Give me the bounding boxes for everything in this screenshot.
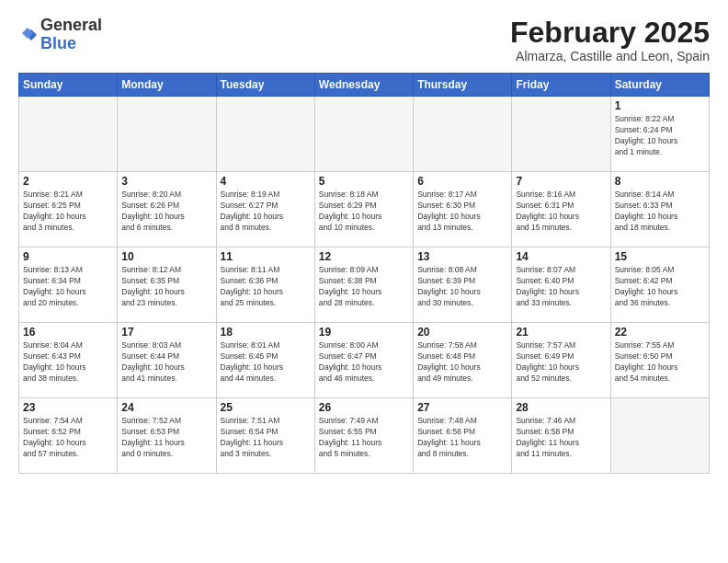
day-info: Sunrise: 7:55 AM Sunset: 6:50 PM Dayligh…	[615, 340, 705, 385]
day-number: 10	[121, 250, 211, 263]
calendar-week-2: 2Sunrise: 8:21 AM Sunset: 6:25 PM Daylig…	[19, 172, 710, 247]
calendar-cell: 4Sunrise: 8:19 AM Sunset: 6:27 PM Daylig…	[216, 172, 314, 247]
calendar-cell: 13Sunrise: 8:08 AM Sunset: 6:39 PM Dayli…	[414, 247, 512, 323]
calendar-cell	[512, 97, 610, 172]
calendar-cell: 14Sunrise: 8:07 AM Sunset: 6:40 PM Dayli…	[512, 247, 610, 323]
day-number: 6	[417, 175, 507, 188]
calendar-header-row: SundayMondayTuesdayWednesdayThursdayFrid…	[19, 74, 710, 97]
calendar-cell: 20Sunrise: 7:58 AM Sunset: 6:48 PM Dayli…	[414, 323, 512, 398]
calendar-cell: 26Sunrise: 7:49 AM Sunset: 6:55 PM Dayli…	[314, 398, 413, 474]
day-number: 4	[221, 175, 311, 188]
calendar-cell: 18Sunrise: 8:01 AM Sunset: 6:45 PM Dayli…	[216, 323, 314, 398]
calendar-week-4: 16Sunrise: 8:04 AM Sunset: 6:43 PM Dayli…	[19, 323, 710, 398]
day-number: 16	[23, 326, 113, 339]
calendar-cell: 10Sunrise: 8:12 AM Sunset: 6:35 PM Dayli…	[118, 247, 216, 323]
calendar-cell: 25Sunrise: 7:51 AM Sunset: 6:54 PM Dayli…	[216, 398, 314, 474]
calendar-cell	[610, 398, 709, 474]
calendar-cell: 27Sunrise: 7:48 AM Sunset: 6:56 PM Dayli…	[414, 398, 512, 474]
day-number: 22	[615, 326, 705, 339]
day-info: Sunrise: 7:58 AM Sunset: 6:48 PM Dayligh…	[417, 340, 507, 385]
calendar-cell: 2Sunrise: 8:21 AM Sunset: 6:25 PM Daylig…	[19, 172, 118, 247]
day-info: Sunrise: 8:08 AM Sunset: 6:39 PM Dayligh…	[417, 265, 507, 309]
day-number: 23	[23, 401, 113, 414]
day-info: Sunrise: 7:51 AM Sunset: 6:54 PM Dayligh…	[221, 416, 311, 460]
day-number: 11	[221, 250, 311, 263]
logo-text: General Blue	[40, 17, 102, 53]
calendar-cell: 3Sunrise: 8:20 AM Sunset: 6:26 PM Daylig…	[118, 172, 216, 247]
logo: General Blue	[18, 17, 102, 53]
calendar-cell: 28Sunrise: 7:46 AM Sunset: 6:58 PM Dayli…	[512, 398, 610, 474]
day-number: 17	[121, 326, 211, 339]
calendar-cell	[314, 97, 413, 172]
day-number: 25	[221, 401, 311, 414]
calendar-cell: 21Sunrise: 7:57 AM Sunset: 6:49 PM Dayli…	[512, 323, 610, 398]
day-number: 5	[319, 175, 409, 188]
subtitle: Almarza, Castille and Leon, Spain	[510, 49, 710, 63]
day-info: Sunrise: 7:52 AM Sunset: 6:53 PM Dayligh…	[121, 416, 211, 460]
day-info: Sunrise: 7:57 AM Sunset: 6:49 PM Dayligh…	[516, 340, 606, 385]
calendar-header-saturday: Saturday	[610, 74, 709, 97]
calendar-cell: 22Sunrise: 7:55 AM Sunset: 6:50 PM Dayli…	[610, 323, 709, 398]
calendar-week-1: 1Sunrise: 8:22 AM Sunset: 6:24 PM Daylig…	[19, 97, 710, 172]
calendar-header-wednesday: Wednesday	[314, 74, 413, 97]
calendar-cell: 19Sunrise: 8:00 AM Sunset: 6:47 PM Dayli…	[314, 323, 413, 398]
day-number: 28	[516, 401, 606, 414]
day-info: Sunrise: 8:03 AM Sunset: 6:44 PM Dayligh…	[121, 340, 211, 385]
day-number: 13	[417, 250, 507, 263]
title-block: February 2025 Almarza, Castille and Leon…	[510, 17, 710, 63]
calendar-cell: 9Sunrise: 8:13 AM Sunset: 6:34 PM Daylig…	[19, 247, 118, 323]
logo-icon	[18, 26, 37, 44]
day-info: Sunrise: 8:04 AM Sunset: 6:43 PM Dayligh…	[23, 340, 113, 385]
day-number: 14	[516, 250, 606, 263]
day-number: 19	[319, 326, 409, 339]
calendar-header-thursday: Thursday	[414, 74, 512, 97]
calendar-cell: 17Sunrise: 8:03 AM Sunset: 6:44 PM Dayli…	[118, 323, 216, 398]
calendar-cell	[118, 97, 216, 172]
day-info: Sunrise: 8:07 AM Sunset: 6:40 PM Dayligh…	[516, 265, 606, 309]
day-info: Sunrise: 8:16 AM Sunset: 6:31 PM Dayligh…	[516, 190, 606, 234]
day-number: 2	[23, 175, 113, 188]
day-number: 1	[615, 99, 705, 112]
calendar-cell: 23Sunrise: 7:54 AM Sunset: 6:52 PM Dayli…	[19, 398, 118, 474]
calendar-cell: 1Sunrise: 8:22 AM Sunset: 6:24 PM Daylig…	[610, 97, 709, 172]
calendar-cell: 6Sunrise: 8:17 AM Sunset: 6:30 PM Daylig…	[414, 172, 512, 247]
day-info: Sunrise: 8:00 AM Sunset: 6:47 PM Dayligh…	[319, 340, 409, 385]
day-number: 20	[417, 326, 507, 339]
day-info: Sunrise: 8:17 AM Sunset: 6:30 PM Dayligh…	[417, 190, 507, 234]
day-info: Sunrise: 8:09 AM Sunset: 6:38 PM Dayligh…	[319, 265, 409, 309]
logo-general: General	[40, 16, 102, 34]
day-info: Sunrise: 8:21 AM Sunset: 6:25 PM Dayligh…	[23, 190, 113, 234]
day-info: Sunrise: 7:48 AM Sunset: 6:56 PM Dayligh…	[417, 416, 507, 460]
day-info: Sunrise: 8:20 AM Sunset: 6:26 PM Dayligh…	[121, 190, 211, 234]
calendar-week-3: 9Sunrise: 8:13 AM Sunset: 6:34 PM Daylig…	[19, 247, 710, 323]
calendar-header-monday: Monday	[118, 74, 216, 97]
day-number: 12	[319, 250, 409, 263]
day-info: Sunrise: 8:13 AM Sunset: 6:34 PM Dayligh…	[23, 265, 113, 309]
calendar-header-friday: Friday	[512, 74, 610, 97]
page: General Blue February 2025 Almarza, Cast…	[0, 0, 728, 563]
day-number: 9	[23, 250, 113, 263]
day-info: Sunrise: 8:22 AM Sunset: 6:24 PM Dayligh…	[615, 114, 705, 158]
day-number: 18	[221, 326, 311, 339]
day-info: Sunrise: 8:14 AM Sunset: 6:33 PM Dayligh…	[615, 190, 705, 234]
calendar-week-5: 23Sunrise: 7:54 AM Sunset: 6:52 PM Dayli…	[19, 398, 710, 474]
calendar-cell: 8Sunrise: 8:14 AM Sunset: 6:33 PM Daylig…	[610, 172, 709, 247]
day-number: 3	[121, 175, 211, 188]
calendar-cell: 7Sunrise: 8:16 AM Sunset: 6:31 PM Daylig…	[512, 172, 610, 247]
day-info: Sunrise: 8:05 AM Sunset: 6:42 PM Dayligh…	[615, 265, 705, 309]
calendar-cell: 12Sunrise: 8:09 AM Sunset: 6:38 PM Dayli…	[314, 247, 413, 323]
day-number: 7	[516, 175, 606, 188]
calendar-cell: 15Sunrise: 8:05 AM Sunset: 6:42 PM Dayli…	[610, 247, 709, 323]
day-info: Sunrise: 8:01 AM Sunset: 6:45 PM Dayligh…	[221, 340, 311, 385]
calendar: SundayMondayTuesdayWednesdayThursdayFrid…	[18, 73, 710, 474]
day-info: Sunrise: 8:18 AM Sunset: 6:29 PM Dayligh…	[319, 190, 409, 234]
day-info: Sunrise: 7:49 AM Sunset: 6:55 PM Dayligh…	[319, 416, 409, 460]
calendar-cell	[19, 97, 118, 172]
calendar-cell	[414, 97, 512, 172]
day-info: Sunrise: 8:19 AM Sunset: 6:27 PM Dayligh…	[221, 190, 311, 234]
calendar-cell: 5Sunrise: 8:18 AM Sunset: 6:29 PM Daylig…	[314, 172, 413, 247]
logo-blue: Blue	[40, 34, 76, 52]
day-number: 21	[516, 326, 606, 339]
day-number: 24	[121, 401, 211, 414]
calendar-cell: 11Sunrise: 8:11 AM Sunset: 6:36 PM Dayli…	[216, 247, 314, 323]
